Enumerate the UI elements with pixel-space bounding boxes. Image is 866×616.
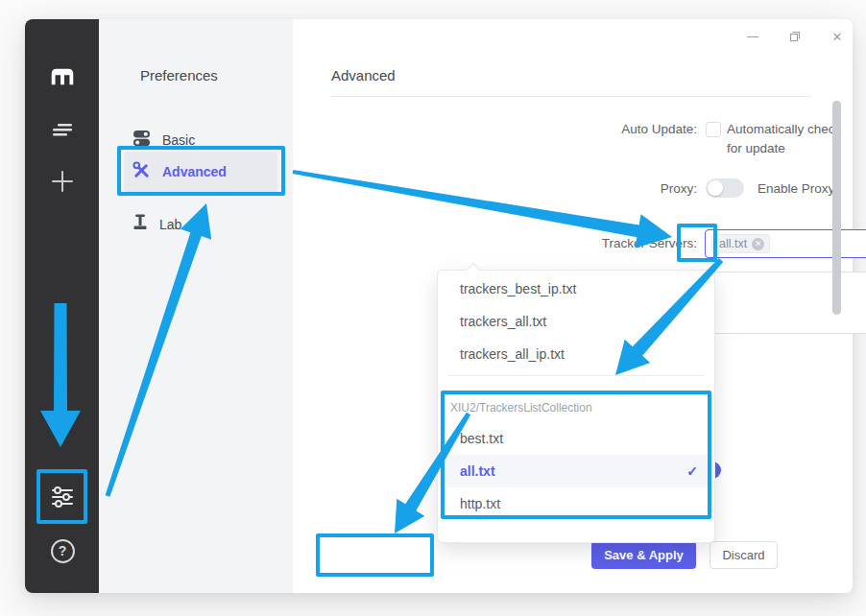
dropdown-divider (447, 375, 705, 376)
dropdown-item-label: trackers_all.txt (460, 314, 546, 329)
auto-update-checkbox[interactable] (706, 122, 721, 137)
dropdown-item-label: trackers_all_ip.txt (460, 346, 565, 362)
dropdown-item-selected[interactable]: all.txt ✓ (439, 455, 713, 487)
discard-label: Discard (722, 548, 764, 562)
tag-label: all.txt (719, 237, 747, 250)
tracker-servers-label: Tracker Servers: (581, 234, 697, 253)
preferences-icon[interactable] (50, 485, 75, 509)
help-glyph: ? (51, 539, 75, 563)
dropdown-item[interactable]: http.txt (439, 487, 713, 520)
dropdown-group-label: XIU2/TrackersListCollection (450, 398, 592, 417)
basic-toggles-icon (132, 130, 151, 151)
tracker-select-dropdown: trackers_best_ip.txt trackers_all.txt tr… (437, 270, 715, 543)
tag-remove-icon[interactable]: ✕ (752, 238, 764, 250)
advanced-tools-icon (132, 161, 151, 183)
nav-item-advanced[interactable]: Advanced (124, 152, 277, 192)
restore-icon (789, 31, 801, 42)
tracker-servers-select[interactable]: all.txt ✕ (705, 229, 866, 258)
dropdown-item-label: trackers_best_ip.txt (460, 281, 576, 296)
preferences-nav: Preferences Basic (99, 19, 293, 593)
close-icon: ✕ (832, 30, 843, 44)
dropdown-item-label: best.txt (460, 431, 503, 446)
close-button[interactable]: ✕ (824, 25, 851, 48)
minimize-icon: — (747, 30, 758, 43)
restore-button[interactable] (782, 25, 808, 48)
motrix-logo-icon (50, 63, 75, 88)
nav-item-lab[interactable]: Lab (124, 204, 277, 245)
selected-tracker-tag: all.txt ✕ (711, 234, 770, 253)
tracker-list-textarea[interactable] (705, 272, 866, 334)
save-apply-button[interactable]: Save & Apply (591, 541, 696, 569)
proxy-toggle[interactable] (706, 178, 744, 198)
dropdown-item-label: all.txt (460, 463, 495, 479)
screenshot-root: { "window_controls": { "minimize_glyph":… (0, 0, 866, 616)
page-title: Advanced (331, 67, 396, 83)
toggle-knob (708, 180, 723, 196)
dropdown-item[interactable]: trackers_best_ip.txt (439, 272, 713, 305)
checkmark-icon: ✓ (686, 455, 698, 487)
discard-button[interactable]: Discard (710, 541, 778, 569)
dropdown-item[interactable]: trackers_all_ip.txt (439, 338, 713, 370)
add-task-icon[interactable] (50, 169, 75, 194)
save-apply-label: Save & Apply (604, 548, 684, 562)
nav-item-label: Lab (159, 217, 181, 232)
help-icon[interactable]: ? (50, 538, 75, 563)
title-divider (331, 96, 811, 97)
minimize-button[interactable]: — (739, 25, 766, 48)
auto-update-label: Auto Update: (581, 120, 697, 139)
nav-item-label: Advanced (162, 164, 227, 179)
task-list-icon[interactable] (50, 117, 75, 142)
dropdown-item[interactable]: best.txt (439, 422, 713, 455)
nav-title: Preferences (140, 67, 218, 83)
app-sidebar: ? (25, 19, 99, 593)
nav-item-label: Basic (162, 132, 195, 148)
proxy-toggle-label: Enable Proxy (758, 179, 834, 199)
proxy-label: Proxy: (581, 179, 697, 199)
app-window: ? Preferences Basic (25, 19, 853, 593)
content-scrollbar-thumb[interactable] (832, 101, 841, 315)
dropdown-item[interactable]: trackers_all.txt (439, 305, 713, 338)
lab-stamp-icon (132, 214, 148, 235)
dropdown-item-label: http.txt (460, 496, 500, 511)
